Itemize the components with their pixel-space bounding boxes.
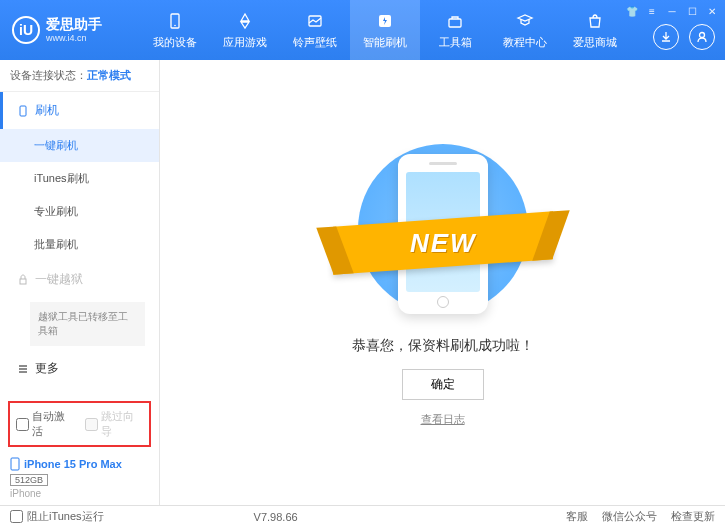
checkbox-block-itunes[interactable]: 阻止iTunes运行	[10, 509, 104, 524]
wallpaper-icon	[305, 11, 325, 31]
phone-icon	[17, 105, 29, 117]
svg-point-5	[700, 33, 705, 38]
footer: 阻止iTunes运行 V7.98.66 客服 微信公众号 检查更新	[0, 505, 725, 527]
sidebar-group-flash[interactable]: 刷机	[0, 92, 159, 129]
svg-rect-8	[11, 458, 19, 470]
app-icon	[235, 11, 255, 31]
success-message: 恭喜您，保资料刷机成功啦！	[352, 337, 534, 355]
phone-icon	[10, 457, 20, 471]
device-name[interactable]: iPhone 15 Pro Max	[10, 457, 149, 471]
lock-icon	[17, 274, 29, 286]
header-actions	[653, 24, 715, 50]
success-illustration: NEW	[343, 139, 543, 319]
sidebar-group-more[interactable]: 更多	[0, 350, 159, 387]
device-icon	[165, 11, 185, 31]
sidebar-item-batch[interactable]: 批量刷机	[0, 228, 159, 261]
nav-tutorials[interactable]: 教程中心	[490, 0, 560, 60]
version-label: V7.98.66	[254, 511, 298, 523]
sidebar-item-oneclick[interactable]: 一键刷机	[0, 129, 159, 162]
download-icon[interactable]	[653, 24, 679, 50]
svg-point-1	[174, 24, 176, 26]
footer-link-update[interactable]: 检查更新	[671, 509, 715, 524]
menu-icon[interactable]: ≡	[645, 4, 659, 18]
sidebar-item-other[interactable]: 其他工具	[0, 387, 159, 397]
jailbreak-note: 越狱工具已转移至工具箱	[30, 302, 145, 346]
ok-button[interactable]: 确定	[402, 369, 484, 400]
device-info: iPhone 15 Pro Max 512GB iPhone	[0, 451, 159, 505]
view-log-link[interactable]: 查看日志	[421, 412, 465, 427]
sidebar-item-pro[interactable]: 专业刷机	[0, 195, 159, 228]
toolbox-icon	[445, 11, 465, 31]
checkbox-auto-activate[interactable]: 自动激活	[16, 409, 75, 439]
connection-status: 设备连接状态：正常模式	[0, 60, 159, 92]
app-url: www.i4.cn	[46, 33, 102, 44]
window-controls: 👕 ≡ ─ ☐ ✕	[625, 4, 719, 18]
sidebar-item-itunes[interactable]: iTunes刷机	[0, 162, 159, 195]
svg-rect-6	[20, 106, 26, 116]
app-header: iU 爱思助手 www.i4.cn 我的设备 应用游戏 铃声壁纸 智能刷机 工具…	[0, 0, 725, 60]
nav-apps[interactable]: 应用游戏	[210, 0, 280, 60]
logo: iU 爱思助手 www.i4.cn	[0, 16, 140, 44]
close-icon[interactable]: ✕	[705, 4, 719, 18]
tutorial-icon	[515, 11, 535, 31]
user-icon[interactable]	[689, 24, 715, 50]
minimize-icon[interactable]: ─	[665, 4, 679, 18]
list-icon	[17, 363, 29, 375]
device-capacity: 512GB	[10, 474, 48, 486]
nav-store[interactable]: 爱思商城	[560, 0, 630, 60]
footer-link-support[interactable]: 客服	[566, 509, 588, 524]
nav-my-device[interactable]: 我的设备	[140, 0, 210, 60]
main-content: NEW 恭喜您，保资料刷机成功啦！ 确定 查看日志	[160, 60, 725, 505]
device-type: iPhone	[10, 488, 149, 499]
maximize-icon[interactable]: ☐	[685, 4, 699, 18]
logo-icon: iU	[12, 16, 40, 44]
nav-flash[interactable]: 智能刷机	[350, 0, 420, 60]
footer-link-wechat[interactable]: 微信公众号	[602, 509, 657, 524]
svg-rect-7	[20, 279, 26, 284]
nav-ringtones[interactable]: 铃声壁纸	[280, 0, 350, 60]
sidebar: 设备连接状态：正常模式 刷机 一键刷机 iTunes刷机 专业刷机 批量刷机 一…	[0, 60, 160, 505]
sidebar-group-jailbreak: 一键越狱	[0, 261, 159, 298]
top-nav: 我的设备 应用游戏 铃声壁纸 智能刷机 工具箱 教程中心 爱思商城	[140, 0, 630, 60]
nav-toolbox[interactable]: 工具箱	[420, 0, 490, 60]
checkbox-skip-guide[interactable]: 跳过向导	[85, 409, 144, 439]
app-name: 爱思助手	[46, 16, 102, 33]
skin-icon[interactable]: 👕	[625, 4, 639, 18]
svg-rect-4	[449, 19, 461, 27]
store-icon	[585, 11, 605, 31]
options-highlight: 自动激活 跳过向导	[8, 401, 151, 447]
flash-icon	[375, 11, 395, 31]
